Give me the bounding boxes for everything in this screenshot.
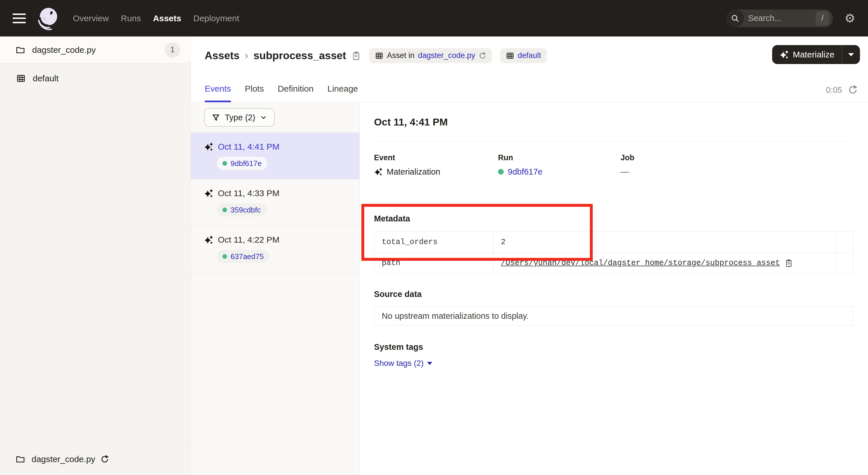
metadata-table: total_orders 2 path /Users/yuhan/dev/loc… <box>374 231 853 274</box>
materialize-label: Materialize <box>793 50 834 59</box>
grid-icon <box>375 51 383 60</box>
search-input[interactable] <box>744 13 800 23</box>
run-id-badge[interactable]: 637aed75 <box>217 250 270 263</box>
breadcrumb-assets-link[interactable]: Assets <box>205 50 239 62</box>
materialization-sparkle-icon <box>204 189 213 198</box>
show-tags-toggle[interactable]: Show tags (2) <box>374 359 432 368</box>
settings-gear-icon[interactable]: ⚙ <box>844 12 856 24</box>
materialize-dropdown-button[interactable] <box>842 53 860 56</box>
refresh-icon[interactable] <box>848 85 858 95</box>
refresh-countdown: 0:05 <box>826 85 842 95</box>
reload-code-location-icon[interactable] <box>100 455 109 464</box>
triangle-down-icon <box>427 362 432 365</box>
materialization-sparkle-icon <box>204 142 213 151</box>
event-list-item[interactable]: Oct 11, 4:33 PM 359cdbfc <box>191 179 360 226</box>
event-list-panel: Type (2) Oct 11, 4:41 PM 9dbf617e <box>191 102 360 475</box>
tab-lineage[interactable]: Lineage <box>328 84 358 102</box>
asset-tabs: Events Plots Definition Lineage 0:05 <box>191 71 868 102</box>
run-success-dot <box>498 169 504 175</box>
metadata-row: path /Users/yuhan/dev/local/dagster_home… <box>374 253 853 273</box>
run-id-badge[interactable]: 359cdbfc <box>217 203 267 216</box>
metadata-path-link[interactable]: /Users/yuhan/dev/local/dagster_home/stor… <box>501 259 780 267</box>
nav-item-overview[interactable]: Overview <box>73 13 109 23</box>
metadata-row-end-cell <box>836 253 853 273</box>
job-column-label: Job <box>621 153 634 162</box>
top-navbar: Overview Runs Assets Deployment / ⚙ <box>0 0 868 36</box>
grid-icon <box>506 51 515 60</box>
show-tags-label: Show tags (2) <box>374 359 424 368</box>
funnel-icon <box>212 113 220 122</box>
metadata-row: total_orders 2 <box>374 232 853 253</box>
system-tags-section-title: System tags <box>374 342 853 352</box>
tab-plots[interactable]: Plots <box>245 84 264 102</box>
asset-in-code-location-link[interactable]: dagster_code.py <box>418 51 475 60</box>
event-type-filter-button[interactable]: Type (2) <box>204 108 275 127</box>
filter-label: Type (2) <box>225 113 255 122</box>
global-search[interactable]: / <box>726 9 833 27</box>
grid-icon <box>16 73 26 83</box>
run-id-link[interactable]: 9dbf617e <box>508 167 542 177</box>
folder-icon <box>16 454 25 464</box>
footer-code-location-label: dagster_code.py <box>32 454 95 464</box>
asset-in-badge: Asset in dagster_code.py <box>369 48 492 63</box>
tab-definition[interactable]: Definition <box>278 84 313 102</box>
materialize-button[interactable]: Materialize <box>772 50 842 59</box>
metadata-value: 2 <box>501 238 505 246</box>
nav-item-assets[interactable]: Assets <box>153 13 181 23</box>
source-data-section-title: Source data <box>374 289 853 299</box>
group-badge-label: default <box>518 51 541 60</box>
metadata-row-end-cell <box>836 232 853 253</box>
event-timestamp: Oct 11, 4:41 PM <box>218 142 280 152</box>
group-badge[interactable]: default <box>500 48 547 63</box>
folder-icon <box>16 45 25 55</box>
tab-events[interactable]: Events <box>205 84 231 102</box>
copy-asset-name-icon[interactable] <box>351 51 361 61</box>
materialize-split-button: Materialize <box>772 45 860 64</box>
sidebar-item-group-default[interactable]: default <box>0 68 191 89</box>
metadata-section-title: Metadata <box>374 214 853 224</box>
divider <box>374 141 853 141</box>
asset-count-badge: 1 <box>165 42 180 58</box>
hamburger-menu-icon[interactable] <box>12 13 26 23</box>
event-timestamp: Oct 11, 4:33 PM <box>218 188 280 198</box>
run-id-link: 637aed75 <box>230 252 264 261</box>
run-id-badge[interactable]: 9dbf617e <box>217 157 267 170</box>
copy-path-icon[interactable] <box>784 259 793 267</box>
metadata-key: total_orders <box>374 238 493 246</box>
run-success-dot <box>222 208 227 212</box>
run-id-link: 359cdbfc <box>230 206 261 214</box>
run-column-label: Run <box>498 153 621 162</box>
search-icon <box>726 9 744 27</box>
event-column-label: Event <box>374 153 498 162</box>
asset-page-header: Assets › subprocess_asset Asset in dagst… <box>191 36 868 102</box>
reload-icon[interactable] <box>479 52 486 59</box>
nav-item-runs[interactable]: Runs <box>121 13 141 23</box>
event-list-item[interactable]: Oct 11, 4:22 PM 637aed75 <box>191 226 360 272</box>
breadcrumb-separator: › <box>245 50 248 62</box>
event-list-item[interactable]: Oct 11, 4:41 PM 9dbf617e <box>191 133 360 179</box>
asset-catalog-sidebar: dagster_code.py 1 default dagster_code.p… <box>0 36 191 475</box>
job-value: — <box>621 167 634 177</box>
search-shortcut-key: / <box>816 11 829 26</box>
page-title: subprocess_asset <box>253 50 346 62</box>
sidebar-footer: dagster_code.py <box>0 443 191 475</box>
event-timestamp: Oct 11, 4:22 PM <box>218 235 280 245</box>
run-success-dot <box>222 254 227 259</box>
primary-nav: Overview Runs Assets Deployment <box>73 13 239 23</box>
run-success-dot <box>222 161 227 166</box>
metadata-key: path <box>374 259 493 267</box>
dagster-app: Overview Runs Assets Deployment / ⚙ dags… <box>0 0 868 475</box>
event-detail-title: Oct 11, 4:41 PM <box>374 116 853 128</box>
run-id-link: 9dbf617e <box>230 159 261 168</box>
sparkle-icon <box>780 50 789 59</box>
chevron-down-icon <box>260 114 267 121</box>
materialization-sparkle-icon <box>204 235 213 244</box>
dagster-logo-icon[interactable] <box>36 6 61 31</box>
chevron-down-icon <box>848 53 854 56</box>
event-detail-panel: Oct 11, 4:41 PM Event Materialization Ru… <box>360 102 868 475</box>
nav-item-deployment[interactable]: Deployment <box>193 13 239 23</box>
materialization-sparkle-icon <box>374 168 383 176</box>
code-location-label: dagster_code.py <box>32 45 96 55</box>
sidebar-item-code-location[interactable]: dagster_code.py 1 <box>0 36 191 63</box>
breadcrumb: Assets › subprocess_asset Asset in dagst… <box>191 36 868 71</box>
